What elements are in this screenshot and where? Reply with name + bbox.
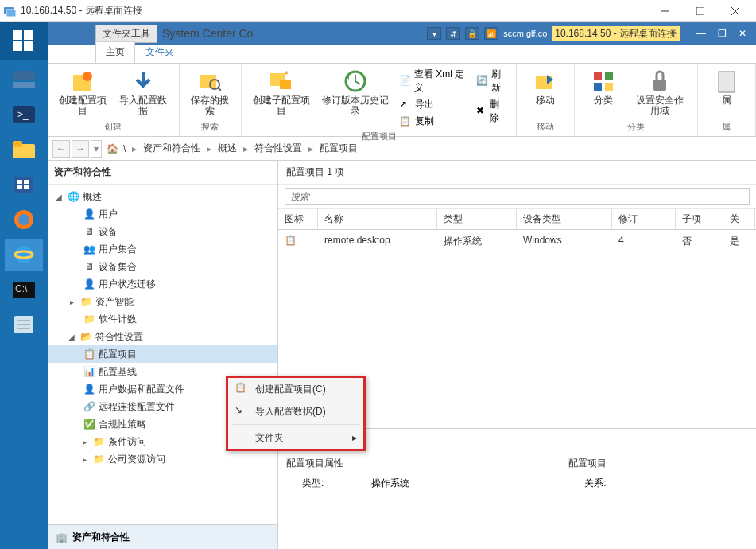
bc-compliance[interactable]: 符合性设置 <box>254 142 302 155</box>
tree-soft-meter[interactable]: 📁软件计数 <box>48 310 277 328</box>
tree-config-items[interactable]: 📋配置项目 <box>48 345 277 363</box>
create-config-item-button[interactable]: 创建配置项目 <box>54 67 111 119</box>
col-icon[interactable]: 图标 <box>278 209 318 229</box>
detail-type-key: 类型: <box>302 477 324 490</box>
detail-panel: 配置项目 1 项 图标 名称 类型 设备类型 修订 子项 关 📋 remote … <box>278 161 756 549</box>
classify-button[interactable]: 分类 <box>581 67 626 119</box>
cmd-icon[interactable]: C:\ <box>5 274 43 306</box>
nav-forward-button[interactable]: → <box>72 140 89 158</box>
copy-button[interactable]: 📋复制 <box>396 114 470 129</box>
group-props-label: 属 <box>704 119 749 133</box>
tab-home[interactable]: 主页 <box>95 41 135 63</box>
ctx-import-config[interactable]: ↘导入配置数据(D) <box>228 400 363 422</box>
powershell-icon[interactable]: >_ <box>5 99 43 130</box>
delete-button[interactable]: ✖删除 <box>473 97 510 126</box>
row-rel: 是 <box>723 232 755 251</box>
mdi-minimize-button[interactable]: — <box>691 25 711 41</box>
view-xml-button[interactable]: 📄查看 Xml 定义 <box>396 67 470 95</box>
maximize-button[interactable] <box>683 0 718 22</box>
svg-rect-1 <box>6 10 16 17</box>
tree-asset-intel[interactable]: ▸📁资产智能 <box>48 293 277 310</box>
search-input[interactable] <box>285 188 750 205</box>
child-config-icon: * <box>269 68 294 94</box>
tree-devices[interactable]: 🖥设备 <box>48 223 277 240</box>
col-type[interactable]: 类型 <box>437 209 517 229</box>
ctx-separator <box>231 424 360 425</box>
refresh-icon: 🔄 <box>476 75 488 88</box>
host-label: sccm.glf.co <box>503 29 547 38</box>
svg-rect-41 <box>594 72 602 80</box>
col-rel[interactable]: 关 <box>723 209 755 229</box>
close-button[interactable] <box>718 0 753 22</box>
security-scope-button[interactable]: 设置安全作用域 <box>629 67 691 119</box>
detail-props2-label: 配置项目 <box>568 457 607 470</box>
col-devtype[interactable]: 设备类型 <box>517 209 612 229</box>
svg-text:C:\: C:\ <box>15 283 28 294</box>
minimize-button[interactable] <box>648 0 683 22</box>
history-icon <box>343 68 368 94</box>
properties-icon <box>714 68 739 94</box>
tree-overview[interactable]: ◢🌐概述 <box>48 188 277 205</box>
table-row[interactable]: 📋 remote desktop 操作系统 Windows 4 否 是 <box>278 230 756 253</box>
classify-icon <box>591 68 616 94</box>
tree-device-collections[interactable]: 🖥设备集合 <box>48 258 277 275</box>
explorer-icon[interactable] <box>5 134 43 165</box>
nav-workspace-assets[interactable]: 🏢资产和符合性 <box>48 525 277 549</box>
context-menu: 📋创建配置项目(C) ↘导入配置数据(D) 文件夹▸ <box>226 376 366 451</box>
server-manager-icon[interactable] <box>5 64 43 95</box>
create-child-button[interactable]: * 创建子配置项目 <box>248 67 314 129</box>
ctx-folder[interactable]: 文件夹▸ <box>228 426 363 449</box>
sync-icon[interactable]: ⇵ <box>446 27 460 40</box>
nav-back-button[interactable]: ← <box>52 140 70 158</box>
import-config-button[interactable]: 导入配置数据 <box>114 67 172 119</box>
svg-rect-16 <box>14 177 33 193</box>
bc-root[interactable]: \ <box>123 143 126 154</box>
tab-folder[interactable]: 文件夹 <box>135 41 184 63</box>
svg-text:*: * <box>285 69 289 80</box>
lock-icon[interactable]: 🔒 <box>465 27 479 40</box>
nav-header: 资产和符合性 <box>48 161 277 185</box>
svg-rect-11 <box>13 82 35 88</box>
mdi-close-button[interactable]: ✕ <box>732 25 753 41</box>
signal-icon[interactable]: 📶 <box>484 27 498 40</box>
mdi-restore-button[interactable]: ❐ <box>711 25 732 41</box>
pin-icon[interactable]: ▾ <box>427 27 441 40</box>
row-name: remote desktop <box>318 232 437 251</box>
export-button[interactable]: ↗导出 <box>396 97 470 112</box>
col-rev[interactable]: 修订 <box>612 209 676 229</box>
nav-history-button[interactable]: ▾ <box>91 140 102 158</box>
tree-users[interactable]: 👤用户 <box>48 205 277 223</box>
detail-type-val: 操作系统 <box>371 477 409 490</box>
breadcrumb-home-icon[interactable]: 🏠 <box>107 143 118 154</box>
sccm-icon[interactable] <box>5 169 43 201</box>
svg-rect-9 <box>24 41 33 51</box>
svg-rect-43 <box>594 83 602 91</box>
revision-history-button[interactable]: 修订版本历史记录 <box>318 67 393 129</box>
tree-corp-res[interactable]: ▸📁公司资源访问 <box>48 450 277 468</box>
saved-search-button[interactable]: 保存的搜索 <box>186 67 235 119</box>
notepad-icon[interactable] <box>5 309 43 341</box>
tree-compliance[interactable]: ◢📂符合性设置 <box>48 328 277 345</box>
refresh-button[interactable]: 🔄刷新 <box>473 67 510 95</box>
rdp-session-label: 10.168.14.50 - 远程桌面连接 <box>552 26 680 41</box>
bc-assets[interactable]: 资产和符合性 <box>143 142 200 155</box>
move-button[interactable]: 移动 <box>523 67 568 119</box>
ctx-create-config[interactable]: 📋创建配置项目(C) <box>228 378 363 400</box>
firefox-icon[interactable] <box>5 204 43 236</box>
svg-rect-19 <box>17 185 22 189</box>
svg-rect-44 <box>605 83 613 91</box>
col-name[interactable]: 名称 <box>318 209 437 229</box>
breadcrumb: ← → ▾ 🏠 \ ▸ 资产和符合性 ▸ 概述 ▸ 符合性设置 ▸ 配置项目 <box>48 137 756 161</box>
ie-icon[interactable] <box>5 239 43 271</box>
delete-icon: ✖ <box>476 105 487 118</box>
bc-config[interactable]: 配置项目 <box>320 142 358 155</box>
col-child[interactable]: 子项 <box>676 209 723 229</box>
tree-user-state[interactable]: 👤用户状态迁移 <box>48 275 277 293</box>
xml-icon: 📄 <box>399 75 411 88</box>
bc-overview[interactable]: 概述 <box>218 142 237 155</box>
create-icon: 📋 <box>235 382 249 396</box>
properties-button[interactable]: 属 <box>704 67 749 119</box>
svg-rect-45 <box>653 80 666 91</box>
tree-user-collections[interactable]: 👥用户集合 <box>48 240 277 258</box>
start-button[interactable] <box>0 22 48 60</box>
